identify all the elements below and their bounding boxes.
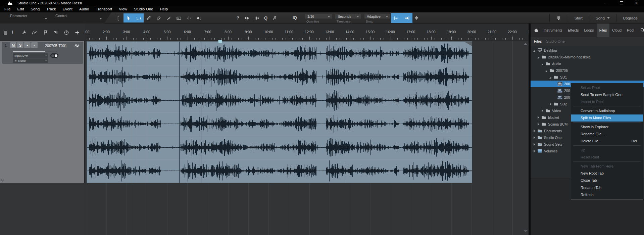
- expand-arrow-icon[interactable]: [534, 150, 535, 152]
- monitor-button[interactable]: ◐: [31, 42, 38, 48]
- menu-studio-one[interactable]: Studio One: [132, 7, 158, 11]
- collapse-arrow-icon[interactable]: [541, 63, 543, 65]
- search-icon[interactable]: [640, 28, 644, 33]
- expand-arrow-icon[interactable]: [538, 116, 539, 119]
- bend-tool[interactable]: [184, 13, 194, 22]
- expand-arrow-icon[interactable]: [534, 130, 535, 132]
- listen-tool[interactable]: [194, 13, 204, 22]
- menu-song[interactable]: Song: [28, 7, 44, 11]
- timebase-select[interactable]: Seconds: [335, 14, 361, 19]
- melodyne-tool[interactable]: [270, 13, 280, 22]
- autoscroll-icon[interactable]: [402, 13, 412, 22]
- input-select[interactable]: Input L+R: [13, 53, 48, 58]
- menu-help[interactable]: Help: [157, 7, 172, 11]
- context-item-close-tab[interactable]: Close Tab: [571, 177, 643, 184]
- pencil-tool[interactable]: [144, 13, 154, 22]
- arrange-view[interactable]: [85, 41, 529, 235]
- performance-monitor-button[interactable]: [550, 15, 568, 21]
- menu-event[interactable]: Event: [60, 7, 77, 11]
- event-gain-handle[interactable]: [218, 40, 222, 43]
- tab-instruments[interactable]: Instruments: [541, 23, 565, 37]
- breadcrumb-current[interactable]: Files: [534, 39, 542, 43]
- context-item-send-to-new-sampleone[interactable]: Send To new SampleOne: [571, 91, 643, 98]
- eraser-tool[interactable]: [154, 13, 164, 22]
- minimize-button[interactable]: [599, 0, 614, 6]
- audio-bend-tool[interactable]: [252, 13, 262, 22]
- control-dropdown-arrow-icon[interactable]: [99, 18, 102, 19]
- fade-out-handle[interactable]: [464, 42, 472, 46]
- context-item-rename-tab[interactable]: Rename Tab: [571, 184, 643, 191]
- tab-cloud[interactable]: Cloud: [609, 23, 624, 37]
- solo-button[interactable]: S: [17, 42, 23, 48]
- context-item-convert-to-audioloop[interactable]: Convert to Audioloop: [571, 107, 643, 114]
- tree-item-sd1-4[interactable]: SD1: [531, 74, 644, 81]
- track-header[interactable]: 1 M S ● ◐ 200705-T001 Input L+R None: [2, 42, 83, 64]
- expand-arrow-icon[interactable]: [550, 103, 551, 105]
- breadcrumb-root[interactable]: Studio One: [546, 39, 564, 43]
- strip-silence-tool[interactable]: [242, 13, 252, 22]
- quantize-q-tool[interactable]: Q: [262, 13, 270, 22]
- snap-select[interactable]: Adaptive: [364, 14, 390, 19]
- quantize-select[interactable]: 1/16: [305, 14, 332, 19]
- expand-arrow-icon[interactable]: [534, 143, 535, 146]
- expand-arrow-icon[interactable]: [534, 136, 535, 139]
- tree-item-20200705-malm-h-gskola-1[interactable]: 20200705-Malmö högskola: [531, 54, 644, 60]
- collapse-arrow-icon[interactable]: [545, 70, 547, 72]
- collapse-arrow-icon[interactable]: [533, 50, 535, 52]
- timeline-start-icon[interactable]: [391, 13, 401, 22]
- menu-icon[interactable]: [3, 30, 8, 35]
- close-button[interactable]: ×: [629, 0, 644, 6]
- upgrade-button[interactable]: Upgrade: [616, 16, 644, 20]
- record-arm-button[interactable]: ●: [24, 42, 31, 48]
- menu-transport[interactable]: Transport: [93, 7, 116, 11]
- inspector-icon[interactable]: i: [12, 30, 13, 35]
- grid-icon[interactable]: [53, 30, 58, 35]
- expand-arrow-icon[interactable]: [538, 123, 539, 126]
- context-item-show-in-explorer[interactable]: Show in Explorer: [571, 123, 643, 130]
- parameter-dropdown-arrow-icon[interactable]: [45, 18, 47, 19]
- time-select-tool[interactable]: [113, 13, 123, 22]
- tab-files[interactable]: Files: [597, 23, 610, 37]
- menu-track[interactable]: Track: [44, 7, 60, 11]
- menu-view[interactable]: View: [116, 7, 132, 11]
- context-item-delete-file[interactable]: Delete File...Del: [571, 138, 643, 145]
- scroll-up-arrow[interactable]: [524, 43, 528, 45]
- menu-file[interactable]: File: [2, 7, 15, 11]
- menu-edit[interactable]: Edit: [15, 7, 29, 11]
- macro-help-tool[interactable]: ?: [234, 13, 242, 22]
- split-view-icon-slot[interactable]: [414, 15, 419, 20]
- home-icon[interactable]: [534, 28, 539, 33]
- audio-event[interactable]: [87, 41, 472, 183]
- timeline-ruler[interactable]: 1:002:003:004:005:006:007:008:009:0010:0…: [85, 23, 529, 41]
- tree-item-200705-3[interactable]: 200705: [531, 67, 644, 74]
- insert-select[interactable]: None: [13, 58, 48, 63]
- iq-label[interactable]: IQ: [293, 15, 297, 20]
- input-toggle[interactable]: [50, 53, 58, 58]
- automation-icon[interactable]: [32, 30, 37, 35]
- mute-tool[interactable]: [174, 13, 184, 22]
- mute-button[interactable]: M: [10, 42, 16, 48]
- arrow-tool[interactable]: [123, 13, 134, 22]
- tree-item-desktop-0[interactable]: Desktop: [531, 47, 644, 54]
- playhead-cursor[interactable]: [132, 41, 132, 235]
- maximize-button[interactable]: [614, 0, 629, 6]
- tree-item-audio-2[interactable]: Audio: [531, 60, 644, 67]
- collapse-arrow-icon[interactable]: [537, 56, 539, 58]
- marker-icon[interactable]: [43, 30, 48, 35]
- context-item-split-to-mono-files[interactable]: Split to Mono Files: [571, 114, 643, 122]
- scroll-down-arrow[interactable]: [524, 230, 528, 232]
- tab-pool[interactable]: Pool: [624, 23, 637, 37]
- split-tool[interactable]: [164, 13, 174, 22]
- context-item-new-root-tab[interactable]: New Root Tab: [571, 170, 643, 177]
- expand-arrow-icon[interactable]: [542, 109, 543, 112]
- context-item-refresh[interactable]: Refresh: [571, 191, 643, 198]
- menu-audio[interactable]: Audio: [77, 7, 93, 11]
- add-track-icon[interactable]: [75, 30, 80, 35]
- tab-loops[interactable]: Loops: [582, 23, 597, 37]
- context-item-rename-file[interactable]: Rename File...: [571, 130, 643, 137]
- tools-icon[interactable]: [21, 30, 27, 35]
- metronome-icon[interactable]: [64, 30, 69, 35]
- collapse-arrow-icon[interactable]: [549, 77, 551, 79]
- track-volume-slider[interactable]: [13, 51, 57, 52]
- song-page-button[interactable]: Song: [589, 16, 616, 20]
